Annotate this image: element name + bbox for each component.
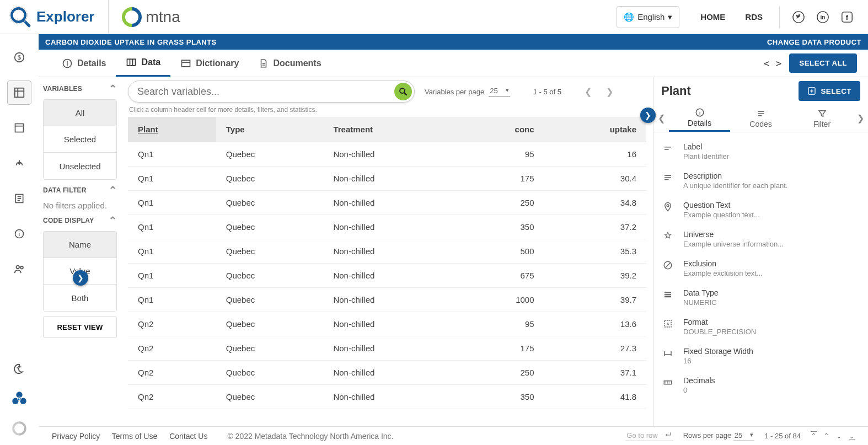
detail-icon <box>661 259 674 270</box>
table-row[interactable]: Qn1QuebecNon-chilled100039.7 <box>128 288 646 312</box>
search-box[interactable] <box>128 81 415 103</box>
table-row[interactable]: Qn1QuebecNon-chilled9516 <box>128 142 646 167</box>
rows-per-page-select[interactable]: 25 <box>733 431 754 441</box>
language-selector[interactable]: 🌐 English ▾ <box>617 6 679 28</box>
rail-item-document[interactable] <box>7 186 31 211</box>
table-row[interactable]: Qn2QuebecNon-chilled35041.8 <box>128 385 646 409</box>
tab-documents[interactable]: Documents <box>249 50 331 77</box>
goto-row-input[interactable]: Go to row <box>625 431 673 441</box>
product-title: CARBON DIOXIDE UPTAKE IN GRASS PLANTS <box>45 38 217 46</box>
select-variable-button[interactable]: SELECT <box>799 81 860 101</box>
filter-all-button[interactable]: All <box>44 100 116 126</box>
code-toggle-icon[interactable]: < > <box>764 57 782 69</box>
table-row[interactable]: Qn2QuebecNon-chilled9513.6 <box>128 312 646 336</box>
rail-item-theme[interactable] <box>7 357 31 381</box>
next-page-icon[interactable]: ❯ <box>606 87 613 97</box>
svg-text:i: i <box>66 60 68 67</box>
twitter-icon[interactable] <box>791 9 806 25</box>
detail-icon <box>661 201 674 212</box>
last-page-icon[interactable]: ⌄ <box>849 432 855 440</box>
tab-details[interactable]: i Details <box>52 50 116 77</box>
info-icon: i <box>695 108 705 117</box>
footer-contact-link[interactable]: Contact Us <box>169 432 207 441</box>
rail-item-data-grid[interactable] <box>7 81 31 105</box>
table-row[interactable]: Qn1QuebecNon-chilled35037.2 <box>128 215 646 239</box>
rp-tab-details[interactable]: i Details <box>669 105 730 132</box>
explorer-logo[interactable]: Explorer <box>9 0 109 34</box>
svg-rect-33 <box>127 59 136 66</box>
detail-value: NUMERIC <box>683 298 719 307</box>
table-row[interactable]: Qn2QuebecNon-chilled17527.3 <box>128 336 646 361</box>
col-header-treatment[interactable]: Treatment <box>323 117 458 142</box>
nav-rds[interactable]: RDS <box>745 12 763 22</box>
select-all-button[interactable]: SELECT ALL <box>789 53 857 73</box>
svg-point-22 <box>20 266 23 269</box>
nav-home[interactable]: HOME <box>700 12 725 22</box>
rp-tab-codes[interactable]: Codes <box>730 105 791 132</box>
rail-item-info[interactable]: i <box>7 222 31 246</box>
rail-item-window[interactable] <box>7 116 31 140</box>
rail-item-sync[interactable] <box>7 416 31 441</box>
svg-rect-59 <box>665 294 671 295</box>
rail-item-users[interactable] <box>7 257 31 281</box>
code-display-section-header[interactable]: CODE DISPLAY ⌃ <box>43 215 117 227</box>
detail-row: UniverseExample universe information... <box>661 224 860 254</box>
detail-label: Fixed Storage Width <box>683 347 753 356</box>
next-page-icon[interactable]: ⌄ <box>836 432 842 440</box>
detail-row: AFormatDOUBLE_PRECISION <box>661 312 860 341</box>
table-row[interactable]: Qn1QuebecNon-chilled50035.3 <box>128 239 646 264</box>
svg-text:A: A <box>666 321 669 326</box>
detail-row: Decimals0 <box>661 371 860 400</box>
code-display-both-button[interactable]: Both <box>44 285 116 311</box>
col-header-type[interactable]: Type <box>216 117 324 142</box>
prev-page-icon[interactable]: ⌃ <box>823 432 829 440</box>
svg-text:f: f <box>846 13 849 21</box>
rp-tab-next[interactable]: ❯ <box>853 105 868 132</box>
detail-row: Fixed Storage Width16 <box>661 341 860 371</box>
footer-privacy-link[interactable]: Privacy Policy <box>52 432 100 441</box>
code-display-name-button[interactable]: Name <box>44 232 116 258</box>
detail-label: Description <box>683 171 787 180</box>
col-header-plant[interactable]: Plant <box>128 117 216 142</box>
filter-selected-button[interactable]: Selected <box>44 126 116 153</box>
first-page-icon[interactable]: ⌃ <box>811 432 817 440</box>
chevron-up-icon: ⌃ <box>109 184 117 196</box>
detail-row: Data TypeNUMERIC <box>661 283 860 312</box>
document-icon <box>259 58 269 69</box>
svg-point-55 <box>667 205 669 207</box>
detail-value: 16 <box>683 357 753 365</box>
mtna-logo[interactable]: mtna <box>109 7 180 27</box>
variables-section-header[interactable]: VARIABLES ⌃ <box>43 83 117 95</box>
rail-item-settings[interactable] <box>7 387 31 411</box>
data-filter-section-header[interactable]: DATA FILTER ⌃ <box>43 184 117 196</box>
footer-terms-link[interactable]: Terms of Use <box>112 432 157 441</box>
table-row[interactable]: Qn1QuebecNon-chilled25034.8 <box>128 191 646 215</box>
col-header-uptake[interactable]: uptake <box>544 117 646 142</box>
rail-item-overview[interactable]: $ <box>7 45 31 69</box>
detail-label: Data Type <box>683 288 719 297</box>
rp-tab-prev[interactable]: ❮ <box>653 105 669 132</box>
rail-item-download[interactable] <box>7 151 31 175</box>
filter-unselected-button[interactable]: Unselected <box>44 153 116 179</box>
search-icon[interactable] <box>394 83 412 100</box>
search-input[interactable] <box>137 86 394 98</box>
change-product-link[interactable]: CHANGE DATA PRODUCT <box>767 38 861 46</box>
tab-data[interactable]: Data <box>116 50 170 77</box>
reset-view-button[interactable]: RESET VIEW <box>43 316 117 338</box>
tab-dictionary[interactable]: Dictionary <box>170 50 249 77</box>
table-row[interactable]: Qn1QuebecNon-chilled67539.2 <box>128 264 646 288</box>
prev-page-icon[interactable]: ❮ <box>585 87 592 97</box>
collapse-right-panel-button[interactable]: ❯ <box>640 108 656 123</box>
facebook-icon[interactable]: f <box>839 9 855 25</box>
svg-line-1 <box>23 20 29 26</box>
variables-per-page-select[interactable]: 25 <box>489 87 510 96</box>
variable-filter-group: All Selected Unselected <box>43 99 117 180</box>
table-row[interactable]: Qn1QuebecNon-chilled17530.4 <box>128 167 646 191</box>
svg-text:in: in <box>821 14 826 20</box>
expand-sidebar-button[interactable]: ❯ <box>73 270 88 286</box>
rp-tab-filter[interactable]: Filter <box>791 105 853 132</box>
linkedin-icon[interactable]: in <box>815 9 831 25</box>
col-header-conc[interactable]: conc <box>458 117 544 142</box>
variables-per-page: Variables per page 25 <box>425 87 510 96</box>
table-row[interactable]: Qn2QuebecNon-chilled25037.1 <box>128 361 646 385</box>
